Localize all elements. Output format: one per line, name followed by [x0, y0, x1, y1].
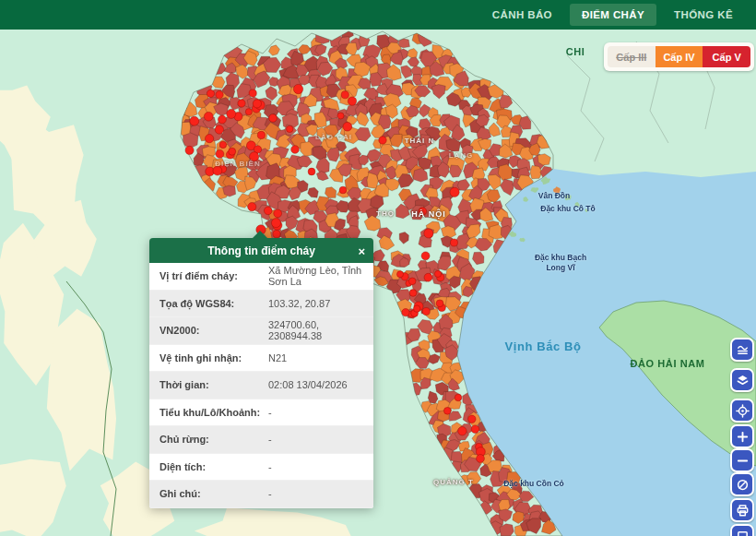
tab-thong-ke[interactable]: THỐNG KÊ: [662, 4, 745, 26]
map-canvas[interactable]: [0, 0, 756, 536]
popup-header: Thông tin điểm cháy ×: [149, 238, 373, 263]
fire-map-app: CHIĐIỆN BIÊNLÀO CAITHÁI NLẠNGTHỌHÀ NỘIQU…: [0, 0, 756, 536]
top-navigation-bar: CẢNH BÁO ĐIỂM CHÁY THỐNG KÊ: [0, 0, 756, 30]
popup-row: VN2000:324700.60, 2308944.38: [149, 317, 373, 345]
popup-row-label: Tọa độ WGS84:: [149, 298, 268, 309]
tab-canh-bao[interactable]: CẢNH BÁO: [480, 4, 564, 26]
popup-row-label: Thời gian:: [149, 379, 268, 390]
popup-row: Chủ rừng:-: [149, 426, 373, 454]
popup-row-label: Ghi chú:: [149, 488, 268, 499]
fire-info-popup: Thông tin điểm cháy × Vị trí điểm cháy:X…: [149, 238, 373, 508]
popup-row: Diện tích:-: [149, 454, 373, 482]
zoom-out-icon: [736, 454, 750, 468]
layers-icon: [736, 374, 750, 387]
popup-row: Thời gian:02:08 13/04/2026: [149, 372, 373, 399]
legend-button-cap-v[interactable]: Cấp V: [703, 46, 750, 67]
popup-row: Vị trí điểm cháy:Xã Mường Lèo, Tỉnh Sơn …: [149, 263, 373, 291]
close-icon[interactable]: ×: [358, 244, 365, 256]
popup-row-label: VN2000:: [149, 325, 268, 336]
popup-row-value: 103.32, 20.87: [268, 298, 336, 309]
wave-chart-icon: [736, 343, 750, 357]
popup-row-value: Xã Mường Lèo, Tỉnh Sơn La: [268, 265, 373, 287]
popup-row-value: -: [268, 488, 278, 499]
popup-row: Tiểu khu/Lô/Khoảnh:-: [149, 399, 373, 427]
popup-body: Vị trí điểm cháy:Xã Mường Lèo, Tỉnh Sơn …: [149, 263, 373, 508]
legend-button-cap-iv[interactable]: Cấp IV: [656, 46, 703, 67]
popup-row: Vệ tinh ghi nhận:N21: [149, 345, 373, 373]
popup-row-label: Diện tích:: [149, 461, 268, 472]
expand-button[interactable]: [730, 524, 754, 536]
clear-icon: [736, 478, 750, 492]
tab-diem-chay[interactable]: ĐIỂM CHÁY: [570, 4, 656, 26]
popup-row-value: -: [268, 461, 278, 472]
locate-icon: [736, 404, 750, 418]
popup-row: Ghi chú:-: [149, 481, 373, 508]
popup-row-label: Vệ tinh ghi nhận:: [149, 352, 268, 363]
zoom-in-button[interactable]: [730, 424, 754, 448]
popup-row-label: Tiểu khu/Lô/Khoảnh:: [149, 407, 268, 418]
popup-row: Tọa độ WGS84:103.32, 20.87: [149, 291, 373, 318]
wave-chart-button[interactable]: [730, 338, 754, 362]
popup-row-value: N21: [268, 352, 292, 363]
popup-row-label: Vị trí điểm cháy:: [149, 270, 268, 281]
clear-button[interactable]: [730, 472, 754, 496]
popup-row-value: 324700.60, 2308944.38: [268, 319, 373, 341]
locate-button[interactable]: [730, 399, 754, 423]
print-button[interactable]: [730, 498, 754, 522]
fire-level-legend: Cấp III Cấp IV Cấp V: [604, 42, 754, 71]
popup-row-value: 02:08 13/04/2026: [268, 379, 353, 390]
layers-button[interactable]: [730, 368, 754, 392]
zoom-in-icon: [736, 430, 750, 444]
popup-row-value: -: [268, 407, 278, 418]
popup-row-label: Chủ rừng:: [149, 434, 268, 445]
zoom-out-button[interactable]: [730, 448, 754, 472]
popup-title: Thông tin điểm cháy: [207, 244, 315, 257]
popup-row-value: -: [268, 434, 278, 445]
expand-icon: [736, 530, 750, 536]
print-icon: [736, 504, 750, 518]
legend-button-cap-iii[interactable]: Cấp III: [608, 46, 656, 67]
